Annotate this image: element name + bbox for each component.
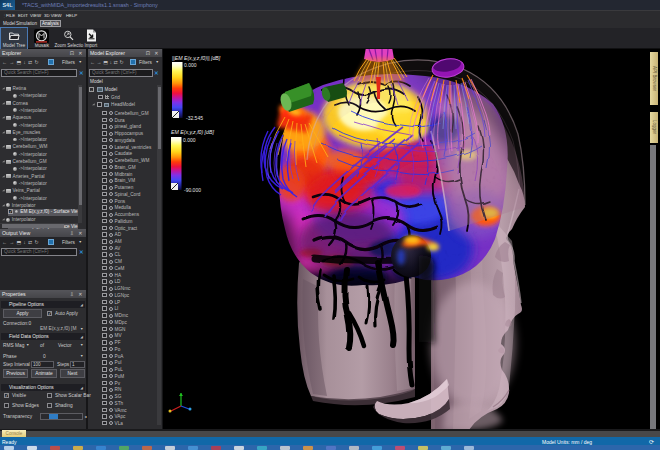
svg-text:-90.000: -90.000 bbox=[184, 187, 201, 193]
svg-text:||EM E(x,y,z,f0)|| [dB]: ||EM E(x,y,z,f0)|| [dB] bbox=[172, 55, 221, 61]
svg-text:0.000: 0.000 bbox=[184, 62, 197, 68]
svg-text:-32.545: -32.545 bbox=[186, 115, 203, 121]
svg-text:EM E(x,y,z,f0) [dB]: EM E(x,y,z,f0) [dB] bbox=[171, 129, 214, 135]
svg-text:0.000: 0.000 bbox=[183, 137, 196, 143]
